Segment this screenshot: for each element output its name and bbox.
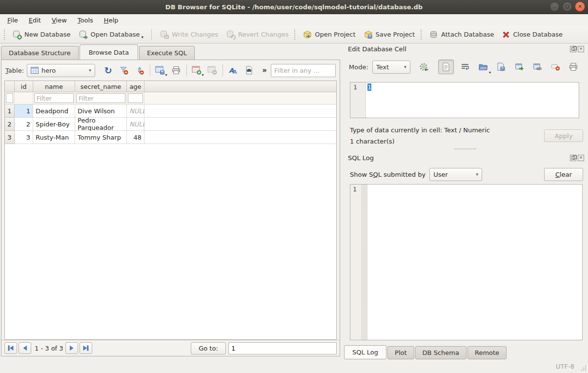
clear-sort-icon — [135, 65, 144, 75]
filter-input-name[interactable] — [34, 93, 74, 103]
cell-name[interactable]: Deadpond — [33, 104, 75, 118]
find-record-button[interactable] — [243, 64, 255, 77]
prev-page-button[interactable] — [19, 342, 31, 354]
cell-secret-name[interactable]: Tommy Sharp — [75, 131, 127, 144]
cell-name[interactable]: Rusty-Man — [33, 131, 75, 144]
copy-link-button[interactable] — [530, 61, 544, 74]
new-database-icon — [12, 30, 22, 40]
insert-record-button[interactable]: ▾ — [191, 64, 203, 77]
attach-database-button[interactable]: Attach Database — [425, 27, 498, 42]
auto-switch-mode-button[interactable] — [417, 61, 431, 74]
tab-sql-log[interactable]: SQL Log — [344, 345, 386, 359]
close-dock-button[interactable]: ✕ — [578, 46, 584, 52]
float-dock-button[interactable] — [570, 155, 576, 161]
text-mode-button[interactable] — [438, 60, 454, 74]
dock-splitter-handle[interactable] — [454, 148, 476, 149]
titlebar[interactable]: DB Browser for SQLite - /home/user/code/… — [0, 0, 588, 14]
printer-icon — [171, 65, 181, 75]
resize-grip[interactable] — [581, 365, 587, 371]
export-table-button[interactable]: ▾ — [154, 64, 167, 77]
mode-select[interactable]: Text ▾ — [372, 61, 410, 74]
sql-source-select[interactable]: User ▾ — [429, 168, 482, 181]
open-project-button[interactable]: Open Project — [299, 27, 359, 42]
float-dock-button[interactable] — [570, 46, 576, 52]
write-changes-button[interactable]: Write Changes — [156, 27, 222, 42]
goto-input[interactable] — [228, 342, 337, 354]
column-header-age[interactable]: age — [127, 81, 144, 92]
close-database-button[interactable]: Close Database — [498, 28, 567, 41]
tab-db-schema[interactable]: DB Schema — [415, 346, 466, 359]
save-project-button[interactable]: Save Project — [360, 27, 419, 42]
open-database-button[interactable]: Open Database ▾ — [75, 27, 147, 42]
new-database-button[interactable]: New Database — [8, 27, 75, 42]
filter-input-id[interactable] — [6, 93, 13, 103]
close-button[interactable]: ✕ — [575, 1, 585, 12]
prev-page-icon — [21, 345, 28, 352]
save-project-icon — [364, 30, 373, 40]
toolbar-drag-handle[interactable] — [421, 29, 423, 40]
toolbar-drag-handle[interactable] — [294, 29, 297, 40]
cell-id[interactable]: 2 — [15, 118, 33, 131]
dock-tab-bar: SQL Log Plot DB Schema Remote — [344, 345, 507, 359]
tab-browse-data[interactable]: Browse Data — [80, 44, 139, 60]
row-number[interactable]: 2 — [5, 118, 15, 131]
tab-execute-sql[interactable]: Execute SQL — [139, 46, 195, 60]
revert-changes-button[interactable]: Revert Changes — [222, 27, 292, 42]
cell-age[interactable]: 48 — [127, 131, 144, 144]
menu-tools[interactable]: Tools — [72, 15, 99, 25]
tab-database-structure[interactable]: Database Structure — [1, 46, 79, 60]
tab-plot[interactable]: Plot — [387, 346, 414, 359]
cell-name[interactable]: Spider-Boy — [33, 118, 75, 131]
cell-age[interactable]: NULL — [127, 104, 144, 118]
clear-sort-button[interactable] — [133, 64, 146, 77]
filter-input-secret-name[interactable] — [76, 93, 125, 103]
menu-help[interactable]: Help — [99, 15, 124, 25]
clear-log-button[interactable]: Clear — [544, 168, 583, 181]
maximize-button[interactable] — [562, 1, 572, 12]
tab-remote[interactable]: Remote — [467, 346, 507, 359]
menu-file[interactable]: File — [2, 15, 23, 25]
goto-button[interactable]: Go to: — [191, 342, 226, 354]
word-wrap-button[interactable] — [458, 61, 472, 74]
import-cell-data-button[interactable]: ▾ — [476, 61, 490, 74]
attach-database-label: Attach Database — [441, 31, 494, 38]
clear-filters-button[interactable] — [118, 64, 130, 77]
open-in-external-button[interactable] — [512, 61, 526, 74]
row-number[interactable]: 1 — [5, 104, 15, 118]
filter-any-input[interactable] — [271, 64, 336, 77]
open-database-caret-icon[interactable]: ▾ — [141, 35, 143, 40]
cell-secret-name[interactable]: Dive Wilson — [75, 104, 127, 118]
link-icon — [533, 63, 542, 71]
refresh-button[interactable]: ↻ — [102, 64, 115, 77]
sql-log-editor[interactable]: 1 — [350, 184, 583, 340]
cell-age[interactable]: NULL — [127, 118, 144, 131]
column-header-id[interactable]: id — [15, 81, 33, 92]
minimize-button[interactable]: – — [549, 1, 560, 12]
next-page-button[interactable] — [65, 342, 78, 354]
close-dock-button[interactable]: ✕ — [578, 155, 584, 161]
column-header-name[interactable]: name — [33, 81, 75, 92]
cell-value-editor[interactable]: 1 1 — [350, 82, 579, 118]
apply-button[interactable]: Apply — [544, 129, 583, 142]
toolbar-overflow-icon[interactable]: » — [262, 66, 267, 75]
pagination-bar: 1 - 3 of 3 Go to: — [1, 340, 340, 356]
print-table-button[interactable] — [170, 64, 182, 77]
set-null-button[interactable] — [548, 61, 562, 74]
menu-edit[interactable]: Edit — [23, 15, 46, 25]
toolbar-drag-handle[interactable] — [4, 29, 6, 40]
last-page-button[interactable] — [80, 342, 92, 354]
delete-record-button[interactable] — [206, 64, 219, 77]
table-select[interactable]: hero ▾ — [27, 64, 95, 77]
row-number[interactable]: 3 — [5, 131, 15, 144]
menu-view[interactable]: View — [46, 15, 72, 25]
print-cell-button[interactable] — [567, 61, 580, 74]
font-button[interactable]: AA — [227, 64, 240, 77]
font-icon: AA — [228, 66, 238, 75]
filter-input-age[interactable] — [128, 93, 143, 103]
cell-id[interactable]: 3 — [15, 131, 33, 144]
column-header-secret-name[interactable]: secret_name — [75, 81, 127, 92]
cell-id[interactable]: 1 — [15, 104, 33, 118]
first-page-button[interactable] — [4, 342, 17, 354]
export-cell-data-button[interactable] — [494, 61, 508, 74]
cell-secret-name[interactable]: Pedro Parqueador — [75, 118, 127, 131]
